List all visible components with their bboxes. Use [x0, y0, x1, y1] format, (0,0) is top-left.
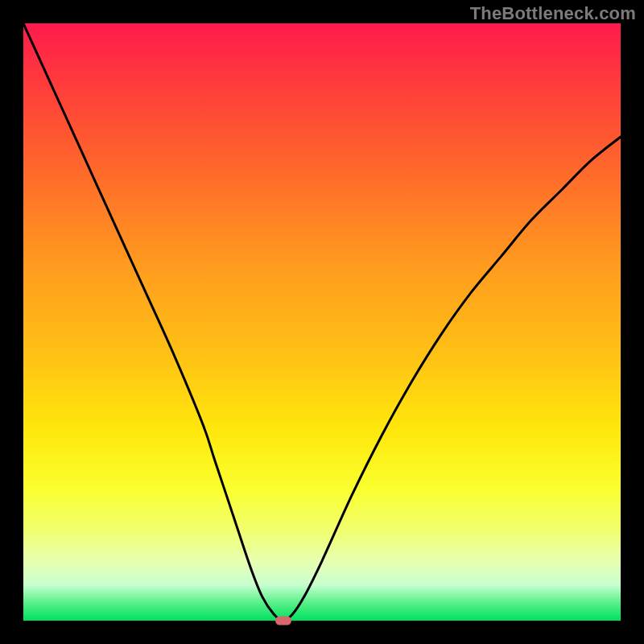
bottleneck-curve: [23, 23, 621, 621]
minimum-marker: [275, 617, 291, 625]
plot-area: [23, 23, 621, 621]
curve-layer: [23, 23, 621, 621]
watermark-text: TheBottleneck.com: [470, 3, 636, 24]
chart-frame: TheBottleneck.com: [0, 0, 644, 644]
